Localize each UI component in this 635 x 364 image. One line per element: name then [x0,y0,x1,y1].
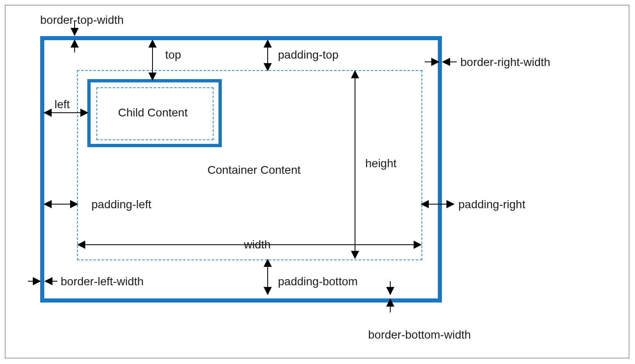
label-padding-left: padding-left [91,199,151,210]
label-height: height [365,158,396,169]
label-padding-bottom: padding-bottom [278,276,358,287]
label-border-left-width: border-left-width [61,276,143,287]
label-child-content: Child Content [118,107,188,118]
label-width: width [238,239,276,250]
label-left: left [55,99,70,110]
diagram-frame: border-top-width border-right-width bord… [5,5,629,358]
label-top: top [165,49,181,61]
label-border-top-width: border-top-width [40,14,124,26]
label-padding-top: padding-top [278,49,339,61]
label-border-bottom-width: border-bottom-width [368,329,471,341]
label-container-content: Container Content [207,164,300,176]
label-padding-right: padding-right [458,199,525,210]
label-border-right-width: border-right-width [460,57,550,68]
